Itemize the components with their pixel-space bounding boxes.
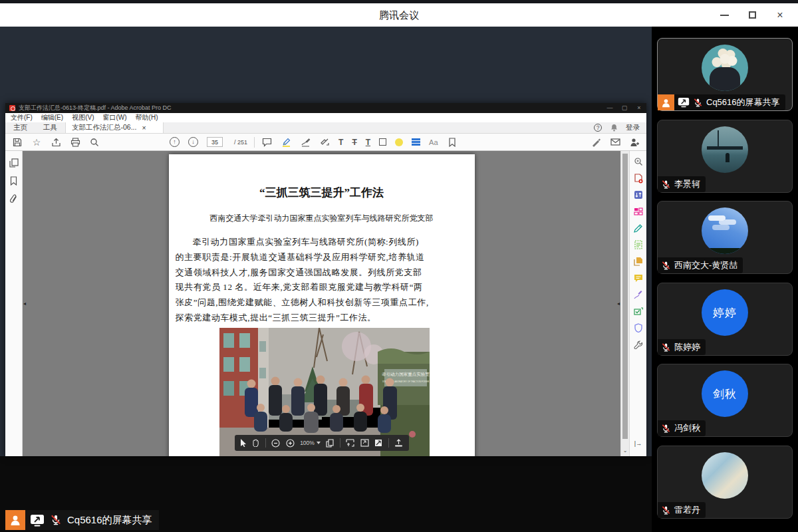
zoom-out-icon[interactable] (271, 439, 280, 448)
toolbar-divider (254, 137, 255, 148)
paragraph-line: 探索党建动车模式,提出“三抓三筑三提升”工作法。 (176, 311, 468, 326)
menu-file[interactable]: 文件(F) (11, 113, 33, 122)
tab-close-icon[interactable]: × (142, 124, 146, 132)
page-thumbnails-icon[interactable] (9, 158, 19, 168)
search-plus-icon[interactable] (633, 156, 644, 167)
maximize-button[interactable] (738, 3, 766, 27)
yellow-dot-icon[interactable] (395, 138, 403, 146)
page-number-input[interactable]: 35 (207, 137, 223, 147)
participant-plate: 李景轲 (658, 176, 706, 192)
previous-page-icon[interactable]: ↑ (170, 137, 180, 147)
share-upload-icon[interactable] (51, 137, 61, 148)
tab-document[interactable]: 支部工作法汇总-06... × (65, 122, 164, 133)
send-sign-icon[interactable] (633, 306, 644, 317)
rectangle-tool-icon[interactable] (379, 138, 386, 146)
fit-width-icon[interactable] (346, 439, 354, 447)
minimize-button[interactable] (710, 3, 738, 27)
toolbar-annotate-group: T T T Aa (261, 137, 458, 148)
text-style-icon[interactable]: Aa (429, 138, 438, 146)
mic-muted-icon (693, 98, 703, 108)
export-pdf-icon[interactable] (633, 190, 644, 200)
link-pen-icon[interactable] (591, 137, 601, 148)
participant-tile[interactable]: 李景轲 (657, 120, 793, 193)
pdf-page: “三抓三筑三提升”工作法 西南交通大学牵引动力国家重点实验室列车与线路研究所党支… (169, 154, 475, 456)
stamp-icon[interactable] (319, 137, 330, 148)
scrollbar-thumb[interactable] (622, 154, 628, 439)
participant-tile[interactable]: 婷婷 陈婷婷 (657, 283, 793, 356)
participant-tile[interactable]: 西南交大-黄贤喆 (657, 201, 793, 274)
tabbar-right-group: ? 登录 (594, 122, 646, 133)
close-button[interactable]: × (766, 3, 794, 27)
right-panel-collapse-handle[interactable]: ◂ (617, 301, 620, 307)
participant-name: 陈婷婷 (674, 341, 700, 353)
acrobat-close-button[interactable]: × (632, 103, 646, 113)
mail-icon[interactable] (610, 137, 620, 148)
favorite-star-icon[interactable]: ☆ (31, 137, 42, 148)
print-icon[interactable] (70, 137, 80, 148)
fit-page-icon[interactable] (360, 439, 369, 447)
create-pdf-icon[interactable] (633, 173, 644, 184)
combine-files-icon[interactable] (633, 256, 644, 267)
menu-view[interactable]: 视图(V) (72, 113, 94, 122)
blue-lines-icon[interactable] (412, 138, 420, 140)
acrobat-minimize-button[interactable]: — (602, 103, 617, 113)
window-controls: × (710, 3, 794, 27)
sign-pen-icon[interactable] (300, 137, 311, 148)
participant-tile[interactable]: Cq5616的屏幕共享 (657, 38, 793, 111)
tab-tools[interactable]: 工具 (35, 122, 65, 133)
share-page-icon[interactable] (394, 439, 403, 447)
add-text-icon[interactable]: T (338, 138, 343, 147)
comment-bubble-icon[interactable] (261, 137, 272, 148)
menu-help[interactable]: 帮助(H) (136, 113, 158, 122)
search-icon[interactable] (89, 137, 100, 148)
protect-icon[interactable] (633, 323, 644, 333)
hand-tool-icon[interactable] (252, 439, 259, 447)
attachments-icon[interactable] (9, 194, 19, 204)
vertical-scrollbar[interactable]: ⌄ (620, 151, 629, 456)
paragraph-line: 牵引动力国家重点实验室列车与线路研究所(简称:列线所) (176, 235, 468, 250)
left-panel-collapse-handle[interactable]: ◂ (23, 301, 26, 307)
menu-edit[interactable]: 编辑(E) (41, 113, 63, 122)
fill-sign-icon[interactable] (633, 289, 644, 300)
participant-name: Cq5616的屏幕共享 (706, 96, 780, 108)
paragraph-line: 现共有党员 12 名。近年来,党支部着眼克服党建与教学科研“两 (176, 280, 468, 295)
organize-pages-icon[interactable] (633, 206, 644, 217)
fullscreen-icon[interactable] (374, 439, 382, 447)
page-view-icon[interactable] (326, 439, 334, 448)
highlighter-icon[interactable] (281, 137, 291, 148)
document-view-area[interactable]: “三抓三筑三提升”工作法 西南交通大学牵引动力国家重点实验室列车与线路研究所党支… (23, 151, 620, 456)
add-user-icon[interactable] (629, 137, 640, 148)
scroll-down-icon[interactable]: ⌄ (621, 448, 629, 454)
save-icon[interactable] (12, 137, 23, 148)
menu-window[interactable]: 窗口(W) (102, 113, 126, 122)
tab-home[interactable]: 主页 (5, 122, 35, 133)
rail-expand-icon[interactable]: |→ (630, 440, 646, 447)
select-cursor-icon[interactable] (240, 439, 247, 447)
participant-tile[interactable]: 剑秋 冯剑秋 (657, 364, 793, 437)
zoom-in-icon[interactable] (286, 439, 295, 448)
acrobat-toolbar: ☆ ↑ ↓ 35 / 251 (5, 134, 646, 151)
bookmarks-icon[interactable] (9, 176, 19, 186)
bookmark-tool-icon[interactable] (447, 137, 458, 148)
edit-pdf-icon[interactable] (633, 223, 644, 233)
next-page-icon[interactable]: ↓ (188, 137, 198, 147)
participant-plate: 冯剑秋 (658, 420, 706, 436)
mic-muted-icon (661, 424, 671, 434)
screen-share-icon (678, 97, 690, 108)
acrobat-restore-button[interactable]: ▢ (617, 103, 632, 113)
help-icon[interactable]: ? (594, 124, 602, 132)
signin-link[interactable]: 登录 (626, 123, 640, 132)
strikethrough-icon[interactable]: T (352, 138, 356, 147)
more-tools-icon[interactable] (633, 339, 644, 350)
minimize-icon (720, 15, 729, 16)
participant-name: 李景轲 (674, 178, 700, 190)
acrobat-titlebar: 支部工作法汇总-0613-终定稿.pdf - Adobe Acrobat Pro… (5, 103, 646, 113)
underline-icon[interactable]: T (366, 138, 370, 147)
zoom-level-value: 100% (300, 440, 315, 446)
viewer-floating-toolbar: 100% (235, 435, 409, 451)
zoom-level-dropdown[interactable]: 100% (300, 440, 321, 446)
bell-icon[interactable] (610, 124, 618, 132)
comment-tool-icon[interactable] (633, 273, 644, 283)
scan-ocr-icon[interactable] (633, 239, 644, 250)
participant-tile[interactable]: 雷若丹 (657, 446, 793, 519)
